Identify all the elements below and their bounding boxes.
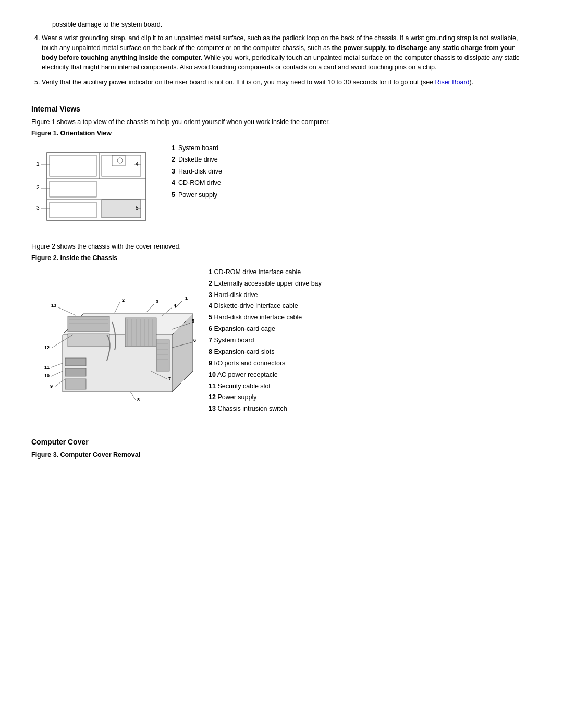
svg-rect-38 xyxy=(65,368,86,376)
svg-rect-4 xyxy=(50,155,96,176)
chassis-legend-3: 3 Hard-disk drive xyxy=(209,290,322,301)
item5-text-end: ). xyxy=(470,79,474,86)
svg-rect-37 xyxy=(65,358,86,366)
svg-text:3: 3 xyxy=(156,299,158,304)
svg-text:3: 3 xyxy=(36,205,40,211)
svg-text:4: 4 xyxy=(136,161,139,167)
svg-rect-29 xyxy=(125,318,156,347)
chassis-legend-12: 12 Power supply xyxy=(209,392,322,403)
svg-text:9: 9 xyxy=(50,384,53,389)
svg-rect-10 xyxy=(102,200,141,218)
svg-text:8: 8 xyxy=(137,397,140,402)
chassis-legend-5: 5 Hard-disk drive interface cable xyxy=(209,312,322,324)
chassis-legend-13: 13 Chassis intrusion switch xyxy=(209,403,322,415)
svg-rect-7 xyxy=(112,155,125,166)
svg-line-63 xyxy=(51,371,63,376)
section-divider-1 xyxy=(31,97,532,97)
figure2-area: 1 2 3 4 5 6 7 8 xyxy=(31,267,532,419)
figure1-caption: Figure 1. Orientation View xyxy=(31,130,532,137)
svg-rect-40 xyxy=(156,340,169,371)
svg-rect-25 xyxy=(68,316,109,332)
chassis-legend-9: 9 I/O ports and connectors xyxy=(209,358,322,369)
list-item-5: Verify that the auxiliary power indicato… xyxy=(42,78,532,88)
legend-item-5: 5 Power supply xyxy=(167,189,532,201)
svg-text:7: 7 xyxy=(168,376,171,381)
svg-text:4: 4 xyxy=(174,303,176,308)
figure3-caption: Figure 3. Computer Cover Removal xyxy=(31,451,532,459)
figure2-caption: Figure 2. Inside the Chassis xyxy=(31,254,532,262)
svg-line-47 xyxy=(115,302,120,313)
svg-line-49 xyxy=(146,304,154,313)
svg-rect-5 xyxy=(50,181,96,197)
svg-rect-8 xyxy=(50,202,96,218)
figure2-legend: 1 CD-ROM drive interface cable 2 Externa… xyxy=(209,267,322,415)
svg-text:1: 1 xyxy=(36,161,40,167)
svg-text:13: 13 xyxy=(51,303,56,308)
figure1-image: 1 2 3 4 5 xyxy=(31,142,146,232)
legend-item-4: 4 CD-ROM drive xyxy=(167,177,532,189)
chassis-legend-8: 8 Expansion-card slots xyxy=(209,347,322,358)
possible-damage-text: possible damage to the system board. xyxy=(52,21,532,28)
section-divider-2 xyxy=(31,430,532,430)
chassis-legend-4: 4 Diskette-drive interface cable xyxy=(209,301,322,312)
figure2-intro: Figure 2 shows the chassis with the cove… xyxy=(31,243,532,250)
internal-views-intro: Figure 1 shows a top view of the chassis… xyxy=(31,118,532,126)
svg-text:10: 10 xyxy=(44,373,50,378)
svg-text:2: 2 xyxy=(122,298,125,303)
chassis-legend-1: 1 CD-ROM drive interface cable xyxy=(209,267,322,278)
chassis-legend-6: 6 Expansion-card cage xyxy=(209,324,322,335)
internal-views-title: Internal Views xyxy=(31,105,532,113)
svg-text:5: 5 xyxy=(136,205,139,211)
item5-text-start: Verify that the auxiliary power indicato… xyxy=(42,79,435,86)
svg-text:6: 6 xyxy=(193,338,196,343)
internal-views-section: Internal Views Figure 1 shows a top view… xyxy=(31,105,532,419)
legend-item-3: 3 Hard-disk drive xyxy=(167,166,532,178)
riser-board-link[interactable]: Riser Board xyxy=(435,79,470,86)
computer-cover-section: Computer Cover Figure 3. Computer Cover … xyxy=(31,438,532,459)
figure1-area: 1 2 3 4 5 1 System board xyxy=(31,142,532,232)
figure2-image: 1 2 3 4 5 6 7 8 xyxy=(31,267,198,419)
chassis-legend-7: 7 System board xyxy=(209,335,322,347)
legend-item-1: 1 System board xyxy=(167,142,532,154)
svg-text:5: 5 xyxy=(192,318,194,324)
svg-text:11: 11 xyxy=(44,365,50,370)
legend-item-2: 2 Diskette drive xyxy=(167,154,532,166)
chassis-legend-11: 11 Security cable slot xyxy=(209,381,322,392)
svg-rect-26 xyxy=(68,334,109,347)
chassis-legend-10: 10 AC power receptacle xyxy=(209,369,322,381)
figure1-legend: 1 System board 2 Diskette drive 3 Hard-d… xyxy=(167,142,532,201)
svg-text:12: 12 xyxy=(44,345,50,350)
svg-line-65 xyxy=(51,363,63,367)
computer-cover-title: Computer Cover xyxy=(31,438,532,446)
list-item-4: Wear a wrist grounding strap, and clip i… xyxy=(42,33,532,72)
svg-rect-39 xyxy=(65,379,86,389)
chassis-legend-2: 2 Externally accessible upper drive bay xyxy=(209,278,322,290)
svg-text:1: 1 xyxy=(185,295,188,301)
svg-text:2: 2 xyxy=(36,184,40,190)
svg-point-6 xyxy=(117,158,123,163)
svg-line-69 xyxy=(58,307,76,315)
svg-line-59 xyxy=(130,392,136,400)
